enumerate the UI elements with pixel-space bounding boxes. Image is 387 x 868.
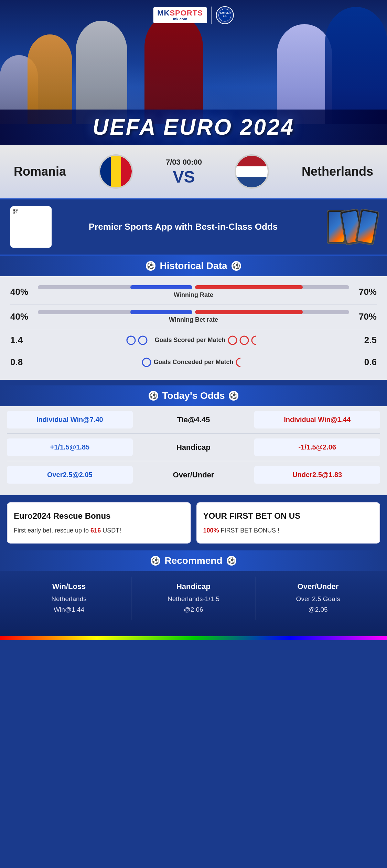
svg-rect-37: [14, 211, 14, 211]
conceded-ball-home: [142, 358, 151, 367]
goals-conceded-icons: Goals Conceded per Match: [38, 358, 349, 367]
odds-handicap-away[interactable]: -1/1.5@2.06: [254, 438, 380, 456]
winning-rate-home: 40%: [10, 287, 38, 297]
bar-right-fill-winning: [195, 285, 303, 289]
odds-handicap-home[interactable]: +1/1.5@1.85: [7, 438, 133, 456]
rec-ou-line1: Over 2.5 Goals: [260, 594, 376, 604]
svg-text:F.C.: F.C.: [223, 15, 227, 17]
winning-bet-home: 40%: [10, 311, 38, 322]
rescue-bonus-text: First early bet, rescue up to 616 USDT!: [14, 526, 184, 535]
odds-handicap-away-value: -1/1.5@2.06: [298, 443, 336, 451]
svg-point-51: [236, 358, 245, 366]
promo-phones: [315, 206, 377, 248]
odds-under-value: Under2.5@1.83: [292, 471, 342, 478]
bar-left-winning: [38, 285, 192, 289]
odds-header: ⚽ Today's Odds ⚽: [0, 385, 387, 406]
first-bet-highlight: 100%: [203, 527, 219, 534]
goals-scored-label: Goals Scored per Match: [154, 337, 225, 344]
goals-conceded-away: 0.6: [349, 357, 377, 368]
recommend-soccer-right: ⚽: [227, 556, 236, 566]
recommend-title: Recommend: [164, 555, 222, 566]
odds-under[interactable]: Under2.5@1.83: [254, 466, 380, 484]
svg-rect-28: [16, 212, 16, 212]
svg-point-49: [142, 358, 151, 366]
rec-handicap-line1: Netherlands-1/1.5: [136, 594, 251, 604]
svg-rect-29: [16, 212, 17, 212]
odds-ou-label: Over/Under: [173, 471, 214, 479]
rec-winloss-line2: Win@1.44: [11, 604, 127, 615]
rescue-bonus-suffix: USDT!: [103, 527, 121, 534]
odds-home-win[interactable]: Individual Win@7.40: [7, 411, 133, 428]
ball-away-half: [251, 335, 261, 345]
svg-rect-26: [17, 211, 17, 211]
odds-title: Today's Odds: [162, 390, 225, 401]
rec-winloss-label: Win/Loss: [11, 582, 127, 591]
svg-point-44: [139, 336, 147, 344]
match-center: 7/03 00:00 VS: [166, 158, 202, 185]
odds-section: Individual Win@7.40 Tie@4.45 Individual …: [0, 406, 387, 495]
bar-left-fill-bet: [130, 310, 192, 314]
svg-rect-38: [14, 211, 14, 211]
recommend-section: ⚽ Recommend ⚽ Win/Loss Netherlands Win@1…: [0, 550, 387, 636]
odds-away-win[interactable]: Individual Win@1.44: [254, 411, 380, 428]
odds-ou-row: Over2.5@2.05 Over/Under Under2.5@1.83: [7, 461, 380, 488]
mk-logo-text: MKSPORTS: [157, 9, 203, 17]
stats-section: 40% Winning Rate 70% 40%: [0, 276, 387, 380]
rescue-bonus-title: Euro2024 Rescue Bonus: [14, 510, 184, 521]
recommend-winloss: Win/Loss Netherlands Win@1.44: [7, 577, 131, 620]
odds-win-row: Individual Win@7.40 Tie@4.45 Individual …: [7, 406, 380, 434]
hero-logo: MKSPORTS mk.com EMPOLI F.C.: [153, 6, 234, 24]
promo-section: Premier Sports App with Best-in-Class Od…: [0, 198, 387, 256]
bottom-bar: [0, 636, 387, 640]
goals-scored-row: 1.4 Goals Scored per Match: [10, 329, 377, 351]
odds-over-value: Over2.5@2.05: [47, 471, 93, 478]
ball-away-1: [228, 335, 237, 345]
promo-text-area: Premier Sports App with Best-in-Class Od…: [58, 221, 308, 233]
rec-ou-label: Over/Under: [260, 582, 376, 591]
player-3: [76, 21, 127, 124]
player-6: [325, 7, 387, 124]
svg-rect-33: [16, 212, 16, 213]
bar-left-fill-winning: [130, 285, 192, 289]
svg-rect-23: [16, 211, 16, 211]
partner-badge: EMPOLI F.C.: [216, 6, 234, 24]
team-home-flag: [99, 154, 133, 189]
svg-rect-15: [15, 210, 15, 210]
first-bet-text: 100% FIRST BET BONUS !: [203, 526, 374, 535]
recommend-grid: Win/Loss Netherlands Win@1.44 Handicap N…: [0, 571, 387, 626]
team-home-name: Romania: [14, 164, 66, 179]
recommend-soccer-left: ⚽: [151, 556, 160, 566]
odds-over[interactable]: Over2.5@2.05: [7, 466, 133, 484]
flag-yellow-stripe: [111, 156, 121, 187]
conceded-ball-away-half: [236, 358, 245, 367]
odds-home-win-value: Individual Win@7.40: [36, 416, 103, 423]
svg-rect-21: [15, 211, 15, 212]
svg-rect-42: [14, 211, 15, 212]
hero-title-bar: UEFA EURO 2024: [0, 110, 387, 145]
rec-handicap-line2: @2.06: [136, 604, 251, 615]
bar-left-bet: [38, 310, 192, 314]
odds-soccer-icon-right: ⚽: [229, 391, 238, 401]
odds-tie-center[interactable]: Tie@4.45: [136, 415, 251, 424]
event-title: UEFA EURO 2024: [0, 114, 387, 140]
odds-away-win-value: Individual Win@1.44: [284, 416, 351, 423]
recommend-ou: Over/Under Over 2.5 Goals @2.05: [256, 577, 380, 620]
hero-players: [0, 14, 387, 124]
winning-rate-label: Winning Rate: [174, 291, 213, 299]
goals-conceded-home: 0.8: [10, 357, 38, 368]
soccer-icon-right: ⚽: [232, 261, 241, 271]
svg-rect-12: [14, 212, 14, 213]
netherlands-flag: [236, 156, 268, 187]
bar-right-bet: [195, 310, 350, 314]
svg-text:EMPOLI: EMPOLI: [220, 12, 229, 14]
ball-home-1: [126, 335, 136, 345]
svg-rect-40: [14, 211, 14, 211]
match-section: Romania 7/03 00:00 VS Netherlands: [0, 145, 387, 198]
svg-point-48: [252, 336, 260, 344]
svg-rect-31: [16, 212, 17, 213]
odds-tie-value: Tie@4.45: [177, 415, 210, 424]
first-bet-card: YOUR FIRST BET ON US 100% FIRST BET BONU…: [196, 502, 380, 544]
romania-flag: [100, 156, 132, 187]
rescue-bonus-card: Euro2024 Rescue Bonus First early bet, r…: [7, 502, 191, 544]
odds-handicap-center: Handicap: [136, 443, 251, 452]
